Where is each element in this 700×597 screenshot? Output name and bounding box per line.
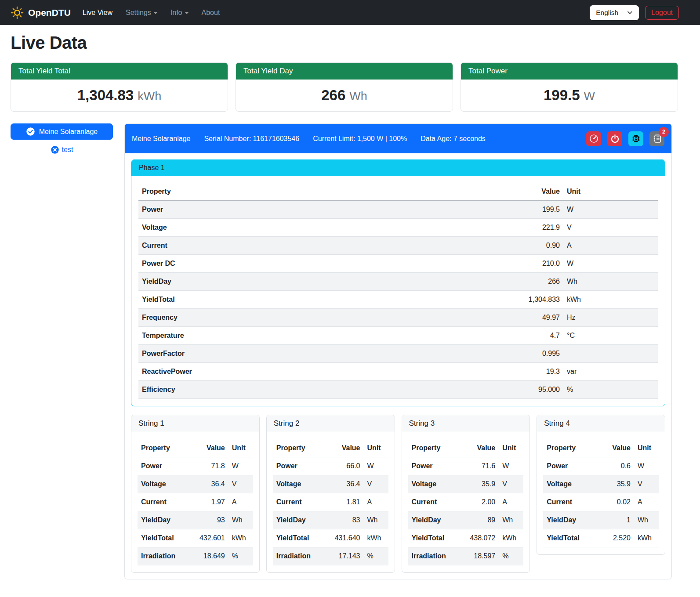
value-cell: 93 [189,511,228,529]
table-row: Irradiation18.597% [408,547,524,565]
header-row: PropertyValueUnit [543,439,659,457]
phase-body: PropertyValueUnitPower199.5WVoltage221.9… [131,176,665,399]
string-table: PropertyValueUnitPower0.6WVoltage35.9VCu… [543,439,659,547]
column-header: Value [459,439,499,457]
value-cell: 1.97 [189,493,228,511]
sidebar-item-test[interactable]: test [11,145,113,154]
value-cell: 36.4 [324,475,364,493]
brand[interactable]: OpenDTU [11,6,71,19]
power-toggle-button[interactable] [607,131,622,146]
inverter-data-age: Data Age: 7 seconds [421,135,486,143]
property-cell: Power [408,457,459,475]
column-header: Value [324,439,364,457]
unit-cell: Wh [499,511,523,529]
summary-value: 266 [321,87,345,103]
property-cell: YieldDay [408,511,459,529]
summary-card-body: 1,304.83kWh [11,80,228,111]
limit-settings-button[interactable] [586,131,601,146]
table-row: Irradiation18.649% [138,547,253,565]
value-cell: 1 [599,511,635,529]
unit-cell: % [228,547,253,565]
property-cell: YieldDay [273,511,324,529]
table-row: Voltage221.9V [138,219,658,237]
property-cell: YieldTotal [543,529,598,547]
table-row: Voltage35.9V [408,475,524,493]
property-cell: Frequency [138,309,393,327]
unit-cell: % [364,547,388,565]
nav-item-about[interactable]: About [195,5,227,20]
value-cell: 83 [324,511,364,529]
string-title: String 3 [402,415,530,432]
table-row: Power71.8W [138,457,253,475]
unit-cell: Wh [634,511,659,529]
unit-cell: kWh [634,529,659,547]
inverter-header: Meine Solaranlage Serial Number: 1161716… [125,124,671,153]
property-cell: Current [138,493,189,511]
string-table: PropertyValueUnitPower71.6WVoltage35.9VC… [408,439,524,565]
value-cell: 1,304.833 [393,291,563,309]
nav-item-info[interactable]: Info [164,5,195,20]
property-cell: Irradiation [408,547,459,565]
device-info-button[interactable] [628,131,643,146]
table-row: YieldTotal432.601kWh [138,529,253,547]
caret-down-icon [154,12,157,14]
column-header: Value [393,183,563,201]
property-cell: Irradiation [138,547,189,565]
unit-cell: V [634,475,659,493]
nav-links: Live View Settings Info About [76,5,227,20]
column-header: Property [138,183,393,201]
property-cell: YieldDay [543,511,598,529]
property-cell: YieldTotal [273,529,324,547]
cpu-icon [631,134,641,143]
nav-item-settings[interactable]: Settings [119,5,164,20]
table-row: Frequency49.97Hz [138,309,658,327]
page-title: Live Data [11,33,678,53]
unit-cell: Wh [228,511,253,529]
nav-item-live-view[interactable]: Live View [76,5,119,20]
summary-card-total-yield-total: Total Yield Total 1,304.83kWh [11,62,228,112]
caret-down-icon [185,12,189,14]
language-value: English [596,9,618,17]
string-card-3: String 3 PropertyValueUnitPower71.6WVolt… [402,415,530,573]
value-cell: 2.520 [599,529,635,547]
unit-cell: W [634,457,659,475]
unit-cell: kWh [499,529,523,547]
x-circle-icon [51,145,59,154]
unit-cell: W [228,457,253,475]
table-row: Current1.81A [273,493,388,511]
language-select[interactable]: English [590,5,639,20]
unit-cell: W [364,457,388,475]
inverter-name: Meine Solaranlage [132,135,190,143]
column-header: Property [138,439,189,457]
value-cell: 0.995 [393,345,563,363]
unit-cell: V [228,475,253,493]
property-cell: Voltage [138,475,189,493]
summary-card-title: Total Power [461,63,678,80]
unit-cell: W [563,201,658,219]
summary-card-body: 199.5W [461,80,678,111]
inverter-card: Meine Solaranlage Serial Number: 1161716… [124,123,672,579]
inverter-serial: Serial Number: 116171603546 [204,135,299,143]
property-cell: Current [543,493,598,511]
string-card-2: String 2 PropertyValueUnitPower66.0WVolt… [266,415,395,573]
value-cell: 1.81 [324,493,364,511]
unit-cell: V [563,219,658,237]
column-header: Unit [228,439,253,457]
unit-cell: A [563,237,658,255]
gauge-icon [589,134,598,143]
table-row: Efficiency95.000% [138,381,658,399]
value-cell: 0.90 [393,237,563,255]
column-header: Property [408,439,459,457]
logout-button[interactable]: Logout [645,6,679,20]
property-cell: YieldTotal [138,291,393,309]
summary-unit: W [584,90,595,103]
sidebar-item-meine-solaranlage[interactable]: Meine Solaranlage [11,123,113,140]
summary-value: 199.5 [544,87,580,103]
event-log-button[interactable]: 2 [649,131,664,146]
column-header: Property [543,439,598,457]
value-cell: 35.9 [459,475,499,493]
unit-cell: W [563,255,658,273]
brand-label: OpenDTU [28,7,71,18]
summary-value: 1,304.83 [77,87,134,103]
property-cell: YieldDay [138,273,393,291]
